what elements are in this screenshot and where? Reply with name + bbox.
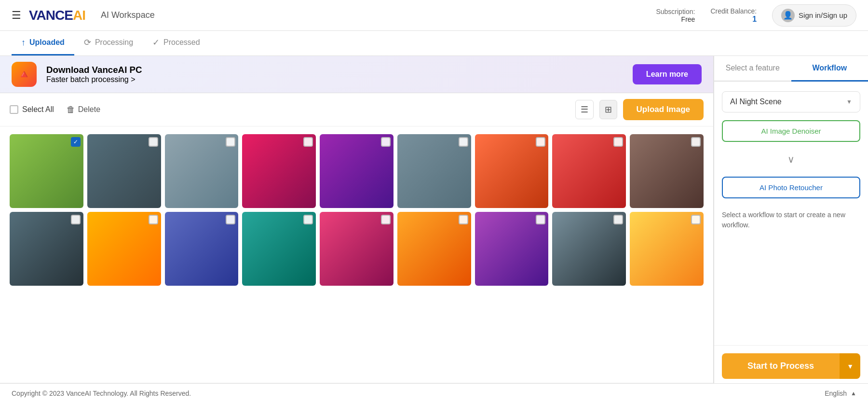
credit-label: Credit Balance:: [710, 7, 757, 15]
logo-vance-text: VANCE: [29, 8, 73, 23]
dropdown-label: AI Night Scene: [730, 97, 782, 106]
delete-label: Delete: [78, 105, 100, 114]
image-item[interactable]: [397, 134, 471, 208]
image-checkbox[interactable]: [459, 137, 468, 147]
select-feature-tab[interactable]: Select a feature: [714, 56, 791, 82]
feature-dropdown[interactable]: AI Night Scene ▼: [722, 91, 860, 112]
image-item[interactable]: [165, 134, 239, 208]
image-checkbox[interactable]: [226, 137, 235, 147]
tab-processed[interactable]: ✓ Processed: [143, 31, 210, 56]
toolbar: Select All 🗑 Delete ☰ ⊞ Upload Image: [0, 93, 713, 126]
subscription-label: Subscription:: [656, 8, 695, 15]
logo: VANCE AI: [29, 8, 85, 23]
image-checkbox[interactable]: [149, 215, 158, 224]
image-item[interactable]: [87, 212, 161, 286]
sign-in-label: Sign in/Sign up: [799, 11, 847, 19]
chevron-down-icon: ▼: [846, 98, 852, 105]
image-item[interactable]: [87, 134, 161, 208]
banner: 🔺 Download VanceAI PC Faster batch proce…: [0, 56, 713, 93]
start-process-button[interactable]: Start to Process: [722, 353, 840, 379]
processing-tab-icon: ⟳: [84, 37, 91, 48]
feature-content: AI Night Scene ▼ AI Image Denoiser ∨ AI …: [714, 82, 868, 345]
workflow-tab-label: Workflow: [812, 64, 847, 72]
main-layout: 🔺 Download VanceAI PC Faster batch proce…: [0, 56, 868, 403]
image-item[interactable]: [10, 212, 83, 286]
image-checkbox[interactable]: [459, 215, 468, 224]
select-all-wrapper: Select All: [10, 105, 54, 114]
image-item[interactable]: [552, 212, 626, 286]
header-right: Subscription: Free Credit Balance: 1 👤 S…: [656, 4, 856, 27]
select-all-label[interactable]: Select All: [22, 105, 54, 114]
tab-uploaded-label: Uploaded: [29, 38, 65, 47]
copyright-text: Copyright © 2023 VanceAI Technology. All…: [12, 389, 191, 397]
language-selector[interactable]: English ▲: [825, 389, 856, 397]
subscription-value: Free: [681, 15, 695, 23]
image-item[interactable]: [475, 134, 549, 208]
image-checkbox[interactable]: [381, 137, 391, 147]
image-item[interactable]: [475, 212, 549, 286]
language-label: English: [825, 389, 847, 397]
expand-icon[interactable]: ∨: [722, 150, 860, 169]
image-checkbox[interactable]: [71, 215, 81, 224]
image-checkbox[interactable]: ✓: [71, 137, 81, 147]
feature-tabs: Select a feature Workflow: [714, 56, 868, 82]
banner-subtitle: Faster batch processing >: [46, 75, 142, 84]
left-panel: 🔺 Download VanceAI PC Faster batch proce…: [0, 56, 714, 403]
upload-image-button[interactable]: Upload Image: [623, 99, 704, 120]
hamburger-icon[interactable]: ☰: [12, 9, 21, 22]
image-checkbox[interactable]: [149, 137, 158, 147]
image-item[interactable]: [320, 212, 393, 286]
tab-uploaded[interactable]: ↑ Uploaded: [12, 31, 74, 56]
footer: Copyright © 2023 VanceAI Technology. All…: [0, 383, 868, 403]
credit-value: 1: [752, 15, 757, 24]
sign-in-button[interactable]: 👤 Sign in/Sign up: [772, 4, 856, 27]
select-all-checkbox[interactable]: [10, 105, 18, 114]
upload-tab-icon: ↑: [21, 38, 26, 48]
subscription-info: Subscription: Free: [656, 8, 695, 23]
image-item[interactable]: [242, 134, 316, 208]
process-dropdown-button[interactable]: ▼: [840, 353, 860, 379]
image-checkbox[interactable]: [536, 215, 545, 224]
banner-title: Download VanceAI PC: [46, 65, 142, 75]
tab-processing[interactable]: ⟳ Processing: [74, 31, 143, 56]
processed-tab-icon: ✓: [152, 37, 160, 48]
avatar-icon: 👤: [781, 9, 795, 22]
tabs-bar: ↑ Uploaded ⟳ Processing ✓ Processed: [0, 31, 868, 56]
right-panel: Select a feature Workflow AI Night Scene…: [714, 56, 868, 403]
workflow-tab[interactable]: Workflow: [791, 56, 868, 82]
image-item[interactable]: [165, 212, 239, 286]
image-checkbox[interactable]: [613, 137, 623, 147]
tab-processing-label: Processing: [95, 38, 133, 47]
image-checkbox[interactable]: [691, 215, 701, 224]
logo-ai-text: AI: [73, 8, 85, 23]
image-item[interactable]: [552, 134, 626, 208]
image-checkbox[interactable]: [303, 215, 313, 224]
ai-retoucher-button[interactable]: AI Photo Retoucher: [722, 177, 860, 198]
image-checkbox[interactable]: [226, 215, 235, 224]
image-checkbox[interactable]: [536, 137, 545, 147]
image-item[interactable]: [242, 212, 316, 286]
banner-app-icon: 🔺: [12, 62, 37, 87]
delete-button[interactable]: 🗑 Delete: [62, 102, 105, 118]
toolbar-right: ☰ ⊞ Upload Image: [575, 99, 704, 120]
image-item[interactable]: [630, 134, 704, 208]
learn-more-button[interactable]: Learn more: [633, 64, 702, 84]
ai-denoiser-button[interactable]: AI Image Denoiser: [722, 120, 860, 142]
chevron-up-icon: ▲: [851, 390, 856, 397]
credit-info: Credit Balance: 1: [710, 7, 757, 24]
trash-icon: 🗑: [67, 105, 75, 115]
grid-view-button[interactable]: ⊞: [599, 100, 617, 119]
banner-text: Download VanceAI PC Faster batch process…: [46, 65, 142, 84]
header: ☰ VANCE AI AI Workspace Subscription: Fr…: [0, 0, 868, 31]
image-item[interactable]: ✓: [10, 134, 83, 208]
workflow-hint: Select a workflow to start or create a n…: [722, 210, 860, 230]
image-item[interactable]: [320, 134, 393, 208]
list-view-button[interactable]: ☰: [575, 100, 594, 119]
select-feature-tab-label: Select a feature: [726, 64, 780, 72]
image-checkbox[interactable]: [381, 215, 391, 224]
image-checkbox[interactable]: [691, 137, 701, 147]
image-checkbox[interactable]: [303, 137, 313, 147]
image-item[interactable]: [397, 212, 471, 286]
image-checkbox[interactable]: [613, 215, 623, 224]
image-item[interactable]: [630, 212, 704, 286]
